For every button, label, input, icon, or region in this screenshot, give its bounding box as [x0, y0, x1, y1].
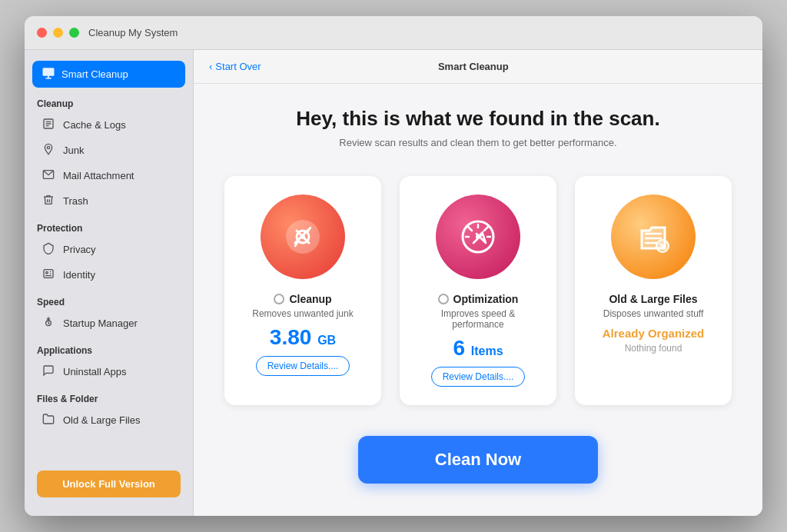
maximize-button[interactable] [69, 28, 79, 38]
sidebar-item-uninstall-apps[interactable]: Uninstall Apps [29, 360, 188, 384]
uninstall-label: Uninstall Apps [63, 366, 126, 377]
optimization-card-header: Optimization [438, 293, 519, 305]
cleanup-review-button[interactable]: Review Details.... [256, 356, 350, 376]
old-files-card: Old & Large Files Disposes unwanted stuf… [575, 176, 732, 405]
optimization-review-button[interactable]: Review Details.... [431, 367, 526, 387]
cleanup-card: Cleanup Removes unwanted junk 3.80 GB Re… [224, 176, 381, 405]
back-chevron-icon: ‹ [209, 61, 212, 72]
sidebar-section-cleanup: Cleanup [25, 89, 193, 112]
sidebar-active-label: Smart Cleanup [61, 68, 128, 80]
startup-label: Startup Manager [63, 318, 138, 329]
svg-point-5 [47, 146, 49, 148]
junk-label: Junk [63, 145, 84, 156]
cleanup-radio[interactable] [274, 294, 284, 304]
sidebar: Smart Cleanup Cleanup Cache & Logs [25, 50, 194, 516]
svg-point-8 [46, 271, 48, 274]
cleanup-value-unit: GB [317, 334, 336, 347]
main-headline: Hey, this is what we found in the scan. [224, 107, 732, 131]
cache-logs-label: Cache & Logs [63, 119, 126, 131]
toolbar: ‹ Start Over Smart Cleanup [194, 50, 762, 84]
cleanup-card-value: 3.80 GB [270, 327, 336, 348]
cleanup-card-header: Cleanup [274, 293, 331, 305]
sidebar-item-privacy[interactable]: Privacy [29, 238, 188, 261]
privacy-label: Privacy [63, 244, 96, 255]
sidebar-item-mail-attachment[interactable]: Mail Attachment [29, 164, 188, 188]
svg-point-12 [301, 234, 305, 239]
old-files-card-description: Disposes unwanted stuff [603, 308, 704, 319]
cards-row: Cleanup Removes unwanted junk 3.80 GB Re… [224, 176, 732, 405]
sidebar-section-speed: Speed [25, 288, 193, 311]
cleanup-card-icon [261, 195, 345, 279]
privacy-icon [42, 242, 55, 257]
traffic-lights [37, 28, 79, 38]
sidebar-item-old-large-files[interactable]: Old & Large Files [29, 408, 188, 432]
sidebar-item-smart-cleanup[interactable]: Smart Cleanup [32, 61, 185, 88]
sidebar-item-startup-manager[interactable]: Startup Manager [29, 311, 188, 335]
old-files-card-title: Old & Large Files [609, 293, 697, 305]
sidebar-section-protection: Protection [25, 214, 193, 237]
cleanup-value-number: 3.80 [270, 325, 312, 349]
optimization-card-title: Optimization [453, 293, 519, 305]
nothing-found-label: Nothing found [625, 343, 682, 354]
sidebar-item-cache-logs[interactable]: Cache & Logs [29, 113, 188, 137]
content-body: Hey, this is what we found in the scan. … [194, 84, 762, 516]
sidebar-item-junk[interactable]: Junk [29, 138, 188, 162]
old-files-card-header: Old & Large Files [609, 293, 697, 305]
old-files-card-icon [611, 195, 696, 279]
optimization-value-number: 6 [453, 336, 465, 360]
trash-label: Trash [63, 195, 88, 207]
optimization-radio[interactable] [438, 294, 449, 304]
app-window: Cleanup My System Smart Cleanup Cleanup [25, 16, 762, 516]
start-over-label: Start Over [215, 61, 261, 72]
main-subheadline: Review scan results and clean them to ge… [224, 137, 732, 148]
cleanup-card-description: Removes unwanted junk [252, 308, 353, 319]
clean-now-row: Clean Now [224, 436, 732, 484]
sidebar-section-files: Files & Folder [25, 384, 193, 407]
content-area: ‹ Start Over Smart Cleanup Hey, this is … [194, 50, 762, 516]
clean-now-button[interactable]: Clean Now [358, 436, 598, 484]
already-organized-label: Already Organized [603, 327, 705, 340]
svg-rect-0 [43, 68, 55, 76]
identity-label: Identity [63, 269, 95, 281]
main-layout: Smart Cleanup Cleanup Cache & Logs [25, 50, 762, 516]
old-files-icon [42, 413, 55, 427]
cleanup-card-title: Cleanup [289, 293, 331, 305]
sidebar-section-applications: Applications [25, 336, 193, 359]
junk-icon [42, 143, 55, 158]
close-button[interactable] [37, 28, 47, 38]
optimization-card-description: Improves speed & performance [415, 308, 541, 330]
identity-icon [42, 268, 55, 282]
uninstall-icon [42, 364, 55, 379]
old-files-label: Old & Large Files [63, 414, 140, 426]
optimization-card-icon [436, 195, 520, 279]
optimization-value-unit: Items [471, 344, 503, 357]
trash-icon [42, 194, 55, 208]
minimize-button[interactable] [53, 28, 63, 38]
mail-attachment-icon [42, 168, 55, 183]
start-over-button[interactable]: ‹ Start Over [209, 61, 261, 72]
svg-rect-7 [44, 270, 53, 278]
toolbar-left: ‹ Start Over [209, 61, 261, 72]
mail-attachment-label: Mail Attachment [63, 170, 134, 181]
toolbar-title: Smart Cleanup [438, 61, 509, 72]
app-title: Cleanup My System [88, 27, 178, 38]
sidebar-item-trash[interactable]: Trash [29, 189, 188, 213]
titlebar: Cleanup My System [25, 16, 762, 50]
unlock-full-version-button[interactable]: Unlock Full Version [37, 470, 181, 497]
optimization-card: Optimization Improves speed & performanc… [400, 176, 556, 405]
startup-icon [42, 316, 55, 331]
optimization-card-value: 6 Items [453, 337, 503, 359]
sidebar-item-identity[interactable]: Identity [29, 263, 188, 287]
smart-cleanup-icon [42, 66, 55, 82]
cache-logs-icon [42, 118, 55, 132]
